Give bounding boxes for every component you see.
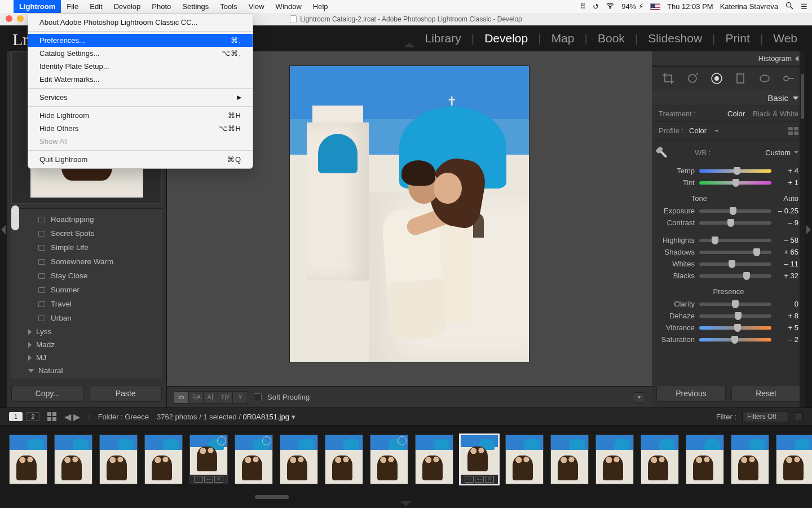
menu-catalog-settings[interactable]: Catalog Settings...⌥⌘, [28,47,253,60]
filmstrip-thumb[interactable]: ▭+−⊞ [189,435,228,484]
menu-edit[interactable]: Edit [84,0,108,13]
soft-proofing-checkbox[interactable] [254,393,262,401]
filmstrip-thumb[interactable] [280,435,318,484]
menu-hide-lightroom[interactable]: Hide Lightroom⌘H [28,109,253,122]
redeye-tool-icon[interactable] [708,71,725,86]
menu-photo[interactable]: Photo [146,0,176,13]
crop-tool-icon[interactable] [660,71,677,86]
module-print[interactable]: Print [726,32,750,45]
slider-whites[interactable]: Whites– 11 [652,258,805,270]
right-panel-scrollbar[interactable] [800,51,805,408]
adjustment-brush-tool-icon[interactable] [780,71,797,86]
menubar-user[interactable]: Katerina Stavreva [720,2,778,11]
preset-item[interactable]: Secret Spots [23,226,162,240]
filmstrip-thumb[interactable] [370,435,408,484]
menu-tools[interactable]: Tools [214,0,242,13]
nav-back-forward[interactable]: ◀▶ [64,411,80,422]
preset-item[interactable]: Roadtripping [23,212,162,226]
spotlight-icon[interactable] [785,1,794,12]
module-book[interactable]: Book [598,32,625,45]
main-photo[interactable]: ✝ [290,66,529,362]
wb-preset-dropdown[interactable]: Custom [765,148,791,157]
slider-vibrance[interactable]: Vibrance+ 5 [652,322,805,334]
top-panel-nub-icon[interactable] [404,42,415,47]
filmstrip-thumb[interactable] [235,435,273,484]
preset-item[interactable]: Travel [23,297,162,311]
treatment-bw[interactable]: Black & White [753,110,798,118]
slider-saturation[interactable]: Saturation– 2 [652,334,805,345]
menu-develop[interactable]: Develop [108,0,147,13]
filmstrip-thumb[interactable] [415,435,453,484]
folder-breadcrumb[interactable]: Folder : Greece [98,413,149,421]
filter-lock-icon[interactable] [794,412,803,421]
treatment-color[interactable]: Color [727,110,745,118]
preset-item[interactable]: Somewhere Warm [23,255,162,269]
menu-services[interactable]: Services▶ [28,91,253,104]
app-menu-lightroom[interactable]: Lightroom [14,0,61,13]
preset-folder[interactable]: MJ [23,351,162,364]
slider-blacks[interactable]: Blacks+ 32 [652,270,805,282]
filmstrip-thumb[interactable] [641,435,679,484]
module-slideshow[interactable]: Slideshow [648,32,702,45]
control-center-icon[interactable]: ☰ [801,2,807,11]
preset-folder[interactable]: Lyss [23,325,162,338]
filmstrip-scrollbar[interactable] [0,493,812,501]
slider-highlights[interactable]: Highlights– 58 [652,234,805,246]
menu-quit[interactable]: Quit Lightroom⌘Q [28,153,253,166]
menu-help[interactable]: Help [307,0,334,13]
slider-tint[interactable]: Tint+ 1 [652,177,805,189]
module-develop[interactable]: Develop [484,32,528,45]
filmstrip-thumb[interactable] [144,435,183,484]
menu-edit-watermarks[interactable]: Edit Watermarks... [28,73,253,86]
module-web[interactable]: Web [773,32,797,45]
apple-menu[interactable] [5,0,14,13]
preset-item[interactable]: Simple Life [23,240,162,255]
dropbox-icon[interactable]: ⠿ [580,2,586,11]
left-panel-grab-handle[interactable] [11,205,19,230]
slider-exposure[interactable]: Exposure– 0.25 [652,205,805,217]
bottom-panel-nub-icon[interactable] [0,501,812,508]
filmstrip-thumb[interactable] [505,435,544,484]
menu-file[interactable]: File [61,0,84,13]
filmstrip-thumb[interactable] [776,435,812,484]
previous-button[interactable]: Previous [656,385,726,402]
filmstrip-thumb[interactable] [595,435,634,484]
basic-panel-header[interactable]: Basic [652,90,805,106]
preset-item[interactable]: Summer [23,283,162,297]
slider-temp[interactable]: Temp+ 4 [652,165,805,177]
module-map[interactable]: Map [551,32,575,45]
preset-folder[interactable]: Natural [23,364,162,377]
filmstrip-thumb[interactable] [325,435,363,484]
preset-item[interactable]: Stay Close [23,269,162,283]
menu-view[interactable]: View [243,0,270,13]
menu-about[interactable]: About Adobe Photoshop Lightroom Classic … [28,16,253,29]
filmstrip-thumb[interactable] [550,435,589,484]
preset-folder[interactable]: Madz [23,338,162,351]
wifi-icon[interactable] [606,1,615,12]
reset-button[interactable]: Reset [731,385,801,402]
radial-filter-tool-icon[interactable] [756,71,773,86]
slider-contrast[interactable]: Contrast– 9 [652,217,805,229]
preset-item[interactable]: Urban [23,311,162,325]
secondary-display-toggle[interactable]: 12 [9,412,39,421]
menu-hide-others[interactable]: Hide Others⌥⌘H [28,122,253,135]
filmstrip-thumb[interactable] [731,435,769,484]
toolbar-options-chevron-icon[interactable]: ▾ [633,392,645,402]
filmstrip-thumb[interactable] [686,435,724,484]
filmstrip-thumb[interactable] [99,435,138,484]
filter-dropdown[interactable]: Filters Off [742,411,788,422]
menu-settings[interactable]: Settings [176,0,214,13]
slider-shadows[interactable]: Shadows+ 65 [652,246,805,258]
paste-button[interactable]: Paste [90,385,162,402]
input-source-flag-icon[interactable] [650,3,660,10]
filmstrip-thumb[interactable] [9,435,47,484]
wb-eyedropper-icon[interactable] [655,141,678,164]
copy-button[interactable]: Copy... [11,385,84,402]
timemachine-icon[interactable]: ↺ [593,2,599,11]
module-library[interactable]: Library [425,32,461,45]
view-mode-segmented[interactable]: ▭ R|A A⎮ Y|Y Y [174,391,248,404]
filmstrip-thumb[interactable] [54,435,92,484]
profile-row[interactable]: Profile : Color [652,122,805,140]
right-panel-collapse[interactable] [805,51,812,408]
menu-window[interactable]: Window [270,0,307,13]
